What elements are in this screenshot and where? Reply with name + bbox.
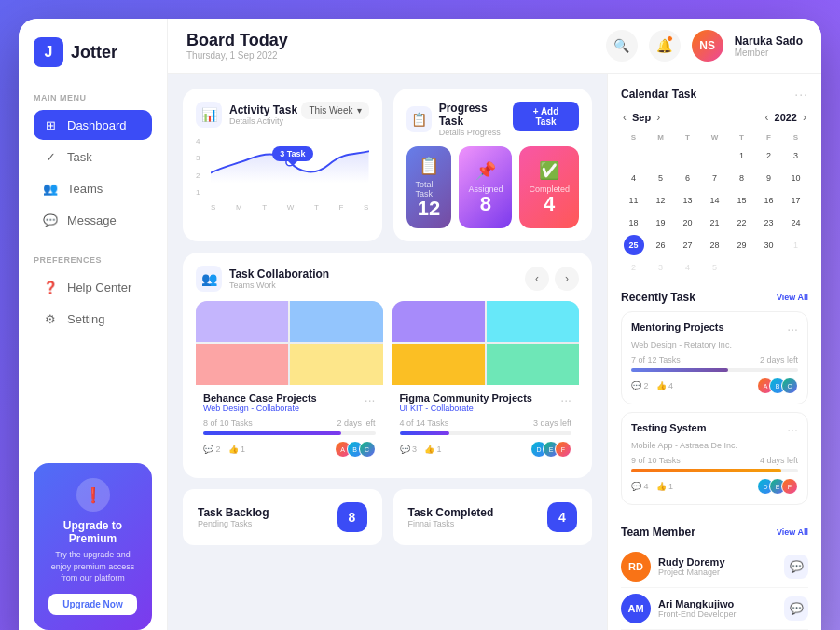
chat-button-2[interactable]: 💬 [784,596,808,621]
next-button[interactable]: › [555,267,579,291]
calendar-day[interactable]: 30 [759,235,779,255]
activity-subtitle: Details Activity [229,116,297,126]
project-tag-1: Web Design - Collaborate [203,404,317,413]
calendar-today[interactable]: 25 [624,235,644,255]
day-header: F [756,131,781,144]
header: Board Today Thursday, 1 Sep 2022 🔍 🔔 NS … [168,19,821,74]
img-block-a [392,301,485,342]
sidebar-item-setting[interactable]: ⚙ Setting [34,304,152,334]
calendar-day[interactable]: 27 [678,235,698,255]
task-menu-1[interactable]: ··· [787,322,798,336]
activity-icon: 📊 [196,102,222,128]
task-sub-2: Mobile App - Astraea De Inc. [631,441,798,450]
logo-icon: J [34,37,63,67]
day-header: S [621,131,646,144]
progress-bar-fill-1 [203,431,341,435]
upgrade-title: Upgrade to Premium [48,519,137,545]
calendar-day[interactable]: 16 [759,190,779,211]
calendar-day[interactable]: 28 [705,235,725,255]
calendar-menu[interactable]: ··· [794,87,808,102]
sidebar-item-task[interactable]: ✓ Task [34,142,152,171]
calendar-day[interactable]: 17 [786,190,806,211]
calendar-day[interactable]: 13 [678,190,698,211]
calendar-day[interactable] [624,145,644,166]
task-backlog-stat: Task Backlog Pending Tasks 8 [183,489,382,545]
content-area: 📊 Activity Task Details Activity This We… [168,74,821,630]
project-menu-1[interactable]: ··· [365,392,376,407]
calendar-day[interactable]: 24 [786,212,806,233]
calendar-day[interactable]: 2 [624,257,644,278]
calendar-day[interactable]: 6 [678,168,698,188]
task-name-2: Testing System [631,422,707,433]
task-progress-bar-2 [631,469,798,472]
calendar-day[interactable]: 7 [705,168,725,188]
sidebar-item-teams[interactable]: 👥 Teams [34,173,152,203]
view-all-recent[interactable]: View All [777,293,808,302]
calendar-day[interactable]: 4 [678,257,698,278]
calendar-day[interactable]: 12 [651,190,671,211]
calendar-day[interactable]: 18 [624,212,644,233]
project-name-2: Figma Community Projects [400,392,532,404]
task-menu-2[interactable]: ··· [787,422,798,437]
calendar-day[interactable]: 2 [759,145,779,166]
task-meta-1: 💬 2 👍 4 [631,381,673,390]
activity-filter[interactable]: This Week ▾ [301,102,368,119]
calendar-day[interactable]: 21 [705,212,725,233]
calendar-day[interactable]: 5 [651,168,671,188]
project-menu-2[interactable]: ··· [560,392,571,407]
calendar-day[interactable]: 11 [624,190,644,211]
activity-title: Activity Task [229,103,297,116]
calendar-day[interactable]: 4 [624,168,644,188]
activity-task-card: 📊 Activity Task Details Activity This We… [183,89,382,241]
task-likes-2: 👍 1 [656,482,674,491]
calendar-day [759,257,779,278]
sidebar-item-help[interactable]: ❓ Help Center [34,272,152,302]
completed-info: Task Completed Finnai Tasks [408,506,494,528]
collab-subtitle: Teams Work [229,281,329,290]
calendar-day[interactable]: 20 [678,212,698,233]
calendar-day[interactable] [678,145,698,166]
project-card-figma: Figma Community Projects UI KIT - Collab… [392,301,580,465]
notification-button[interactable]: 🔔 [649,30,681,62]
days-left-2: 3 days left [533,418,571,428]
calendar-day[interactable]: 15 [732,190,752,211]
add-task-button[interactable]: + Add Task [513,102,579,131]
calendar-day[interactable]: 10 [786,168,806,188]
setting-icon: ⚙ [43,311,58,326]
calendar-day[interactable]: 3 [786,145,806,166]
calendar-month: Sep [632,112,651,123]
sidebar-item-dashboard[interactable]: ⊞ Dashboard [34,110,152,140]
calendar-day[interactable]: 29 [732,235,752,255]
calendar-day[interactable]: 1 [732,145,752,166]
calendar-day[interactable]: 22 [732,212,752,233]
progress-title: Progress Task [439,102,513,128]
calendar-day[interactable] [651,145,671,166]
view-all-team[interactable]: View All [777,527,808,537]
sidebar: J Jotter Main Menu ⊞ Dashboard ✓ Task 👥 … [19,19,168,630]
calendar-day[interactable]: 1 [786,235,806,255]
search-button[interactable]: 🔍 [606,30,638,62]
sidebar-item-message[interactable]: 💬 Message [34,205,152,235]
img-block-3 [196,344,288,385]
upgrade-button[interactable]: Upgrade Now [48,594,137,615]
task-collaboration-card: 👥 Task Collaboration Teams Work ‹ › [183,253,592,478]
message-icon: 💬 [43,212,58,227]
calendar-day[interactable]: 23 [759,212,779,233]
chat-button-1[interactable]: 💬 [784,555,808,579]
calendar-day[interactable]: 19 [651,212,671,233]
prev-month-button[interactable]: ‹ [621,109,628,126]
calendar-day[interactable] [705,145,725,166]
calendar-day[interactable]: 3 [651,257,671,278]
calendar-day[interactable]: 8 [732,168,752,188]
calendar-day[interactable]: 14 [705,190,725,211]
next-month-button[interactable]: › [654,109,662,126]
logo: J Jotter [34,37,152,67]
prev-year-button[interactable]: ‹ [764,109,771,126]
teams-icon: 👥 [43,181,58,196]
prev-button[interactable]: ‹ [525,267,549,291]
calendar-day[interactable]: 9 [759,168,779,188]
calendar-day[interactable]: 26 [651,235,671,255]
next-year-button[interactable]: › [801,109,808,126]
comment-likes-1: 💬 2 👍 1 [203,445,245,454]
calendar-day[interactable]: 5 [705,257,725,278]
